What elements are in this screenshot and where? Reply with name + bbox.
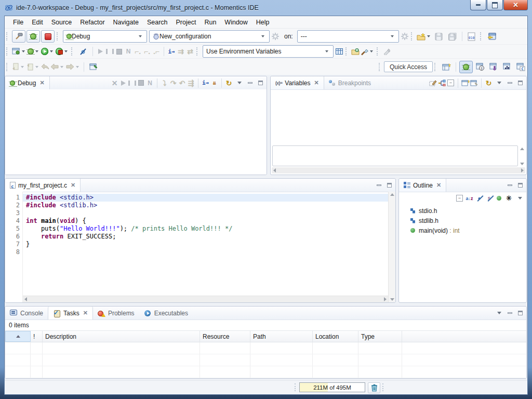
scroll-right-icon[interactable] bbox=[384, 297, 387, 301]
hide-fields-button[interactable]: ● bbox=[474, 194, 484, 203]
debug-view-body[interactable] bbox=[5, 89, 267, 175]
view-menu-button[interactable] bbox=[495, 310, 503, 317]
column-header-description[interactable]: Description bbox=[43, 331, 200, 342]
last-edit-location-button[interactable] bbox=[41, 62, 50, 72]
table-view-button[interactable] bbox=[335, 47, 344, 56]
target-gear-button[interactable] bbox=[400, 32, 409, 41]
binary-parser-button[interactable]: 010 bbox=[466, 31, 478, 42]
disconnect-button[interactable]: N bbox=[124, 47, 133, 56]
env-variables-combo[interactable]: Use Environment Variables bbox=[203, 45, 334, 58]
pin-editor-button[interactable] bbox=[87, 61, 100, 73]
disconnect-button[interactable]: N bbox=[145, 78, 154, 88]
suspend-button[interactable] bbox=[105, 47, 114, 56]
open-element-button[interactable] bbox=[351, 47, 360, 56]
horizontal-scrollbar[interactable] bbox=[272, 167, 525, 174]
debug-button[interactable] bbox=[26, 30, 40, 43]
scroll-up-icon[interactable] bbox=[520, 148, 524, 150]
back-button[interactable] bbox=[50, 61, 65, 73]
minimize-button[interactable] bbox=[470, 0, 486, 10]
view-menu-button[interactable] bbox=[235, 79, 244, 87]
minimize-view-button[interactable] bbox=[506, 79, 514, 87]
hide-static-button[interactable]: s bbox=[484, 194, 494, 203]
code-line[interactable]: int main(void) { bbox=[23, 217, 388, 225]
menu-window[interactable]: Window bbox=[220, 19, 251, 26]
maximize-view-button[interactable] bbox=[516, 310, 524, 317]
config-gear-button[interactable] bbox=[271, 32, 280, 41]
move-to-line-button[interactable]: ⇄ bbox=[185, 47, 195, 56]
search-button[interactable] bbox=[361, 46, 375, 57]
toolbar-grip[interactable] bbox=[480, 32, 483, 41]
code-line[interactable]: } bbox=[23, 241, 388, 248]
new-wizard-button[interactable] bbox=[417, 31, 432, 42]
status-grip[interactable] bbox=[382, 383, 385, 391]
minimize-view-button[interactable] bbox=[506, 182, 514, 189]
code-line[interactable]: return EXIT_SUCCESS; bbox=[23, 233, 388, 241]
heap-status-widget[interactable]: 211M of 495M bbox=[299, 382, 365, 392]
column-header-![interactable]: ! bbox=[31, 331, 43, 342]
show-columns-button[interactable] bbox=[429, 78, 437, 88]
suspend-button[interactable] bbox=[128, 78, 137, 88]
previous-annotation-button[interactable] bbox=[26, 61, 40, 73]
refresh-button[interactable]: ↻ bbox=[484, 78, 493, 88]
scroll-left-icon[interactable] bbox=[273, 168, 276, 172]
scroll-down-icon[interactable] bbox=[390, 298, 394, 301]
column-header-blank[interactable] bbox=[5, 331, 31, 342]
open-perspective-button[interactable] bbox=[440, 61, 453, 73]
build-hammer-button[interactable] bbox=[12, 30, 25, 43]
toolbar-grip[interactable] bbox=[6, 63, 9, 71]
toolbar-grip[interactable] bbox=[379, 63, 381, 71]
coverage-button[interactable] bbox=[56, 46, 69, 57]
column-header-location[interactable]: Location bbox=[313, 331, 358, 342]
save-all-button[interactable] bbox=[446, 31, 459, 42]
drop-to-frame-button[interactable]: ⇶ bbox=[187, 78, 195, 88]
view-breakpoints-button[interactable]: ⇊ bbox=[210, 78, 219, 88]
run-garbage-collector-button[interactable] bbox=[368, 382, 380, 393]
forward-button[interactable] bbox=[66, 61, 81, 73]
collapse-all-button[interactable]: − bbox=[446, 78, 455, 88]
menu-file[interactable]: File bbox=[9, 19, 28, 26]
toolbar-grip[interactable] bbox=[57, 32, 59, 41]
hide-non-public-button[interactable] bbox=[494, 194, 504, 203]
launch-mode-combo[interactable]: Debug bbox=[63, 30, 147, 43]
menu-project[interactable]: Project bbox=[172, 19, 201, 26]
sort-button[interactable]: a↓z bbox=[464, 194, 474, 203]
code-line[interactable] bbox=[23, 248, 388, 256]
launch-config-combo[interactable]: New_configuration bbox=[149, 30, 270, 43]
variables-view-body[interactable] bbox=[271, 89, 526, 175]
instruction-stepping-button[interactable]: i→ bbox=[201, 78, 210, 88]
remove-terminated-button[interactable]: ✕ bbox=[110, 78, 119, 88]
resume-button[interactable] bbox=[119, 78, 128, 88]
tab-breakpoints[interactable]: Breakpoints bbox=[324, 76, 376, 89]
code-line[interactable] bbox=[23, 209, 388, 217]
horizontal-scrollbar[interactable] bbox=[23, 296, 388, 302]
tab-variables[interactable]: (x)= Variables ✕ bbox=[271, 76, 324, 89]
close-icon[interactable]: ✕ bbox=[39, 79, 44, 86]
toolbar-grip[interactable] bbox=[71, 47, 74, 56]
tab-tasks[interactable]: Tasks✕ bbox=[48, 307, 93, 320]
menu-search[interactable]: Search bbox=[143, 19, 172, 26]
maximize-view-button[interactable] bbox=[516, 79, 524, 87]
scroll-right-icon[interactable] bbox=[521, 168, 524, 172]
close-icon[interactable]: ✕ bbox=[71, 182, 75, 189]
step-into-button[interactable]: ⌐. bbox=[133, 47, 142, 56]
mark-occurrences-button[interactable] bbox=[382, 47, 391, 56]
tab-problems[interactable]: Problems bbox=[93, 307, 139, 320]
tab-debug[interactable]: Debug ✕ bbox=[5, 76, 50, 89]
debug-dialog-button[interactable] bbox=[12, 46, 26, 57]
step-return-button[interactable]: .⌐ bbox=[152, 47, 161, 56]
tab-executables[interactable]: Executables bbox=[139, 307, 193, 320]
terminate-button[interactable] bbox=[114, 47, 124, 56]
outline-item[interactable]: stdio.h bbox=[399, 206, 526, 216]
show-logical-structure-button[interactable] bbox=[437, 78, 446, 88]
resume-button[interactable] bbox=[96, 47, 105, 56]
step-return-button[interactable]: ↶ bbox=[178, 78, 187, 88]
scroll-up-icon[interactable] bbox=[390, 193, 394, 196]
step-over-button[interactable]: ↷ bbox=[169, 78, 178, 88]
perspective-debug-button[interactable] bbox=[459, 61, 473, 73]
column-header-resource[interactable]: Resource bbox=[200, 331, 250, 342]
hide-inactive-button[interactable]: ✳ bbox=[504, 194, 514, 203]
quick-access-box[interactable]: Quick Access bbox=[384, 61, 433, 72]
toolbar-grip[interactable] bbox=[434, 63, 437, 71]
menu-run[interactable]: Run bbox=[200, 19, 220, 26]
minimize-view-button[interactable] bbox=[506, 310, 514, 317]
